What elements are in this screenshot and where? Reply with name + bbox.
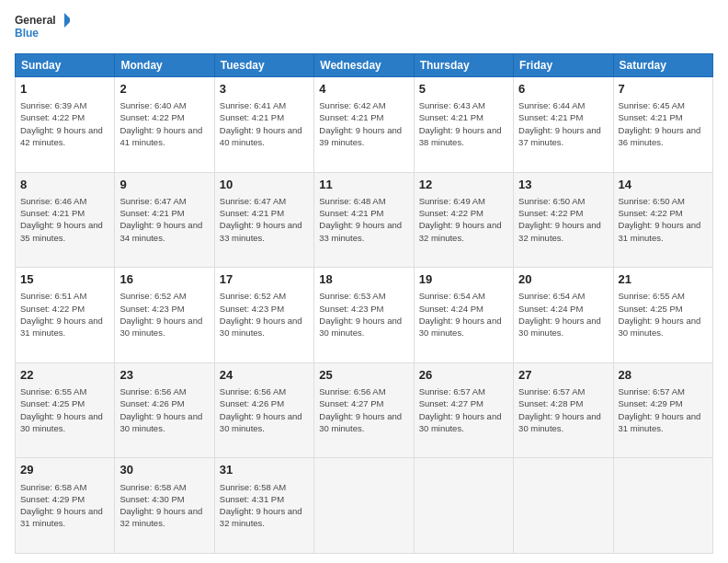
cell-week5-day3 [314, 458, 414, 554]
day-info: Sunrise: 6:54 AMSunset: 4:24 PMDaylight:… [518, 290, 608, 339]
day-info: Sunrise: 6:58 AMSunset: 4:31 PMDaylight:… [220, 481, 309, 530]
header-saturday: Saturday [613, 54, 712, 77]
logo-svg: General Blue [15, 11, 70, 44]
day-info: Sunrise: 6:55 AMSunset: 4:25 PMDaylight:… [20, 385, 109, 434]
day-info: Sunrise: 6:50 AMSunset: 4:22 PMDaylight:… [619, 195, 708, 244]
cell-week2-day3: 11Sunrise: 6:48 AMSunset: 4:21 PMDayligh… [314, 172, 414, 268]
header-tuesday: Tuesday [214, 54, 313, 77]
cell-week3-day0: 15Sunrise: 6:51 AMSunset: 4:22 PMDayligh… [16, 268, 115, 363]
day-info: Sunrise: 6:40 AMSunset: 4:22 PMDaylight:… [119, 99, 209, 148]
cell-week3-day3: 18Sunrise: 6:53 AMSunset: 4:23 PMDayligh… [314, 268, 414, 363]
cell-week4-day2: 24Sunrise: 6:56 AMSunset: 4:26 PMDayligh… [214, 362, 313, 458]
header: General Blue [15, 11, 713, 44]
day-info: Sunrise: 6:43 AMSunset: 4:21 PMDaylight:… [419, 99, 508, 148]
cell-week5-day5 [514, 458, 613, 554]
day-info: Sunrise: 6:50 AMSunset: 4:22 PMDaylight:… [518, 195, 608, 244]
cell-week2-day2: 10Sunrise: 6:47 AMSunset: 4:21 PMDayligh… [214, 172, 313, 268]
cell-week1-day5: 6Sunrise: 6:44 AMSunset: 4:21 PMDaylight… [514, 77, 613, 173]
day-number: 25 [319, 367, 408, 384]
day-info: Sunrise: 6:47 AMSunset: 4:21 PMDaylight:… [220, 195, 309, 244]
calendar-header-row: SundayMondayTuesdayWednesdayThursdayFrid… [16, 54, 713, 77]
day-info: Sunrise: 6:42 AMSunset: 4:21 PMDaylight:… [319, 99, 408, 148]
cell-week5-day6 [613, 458, 712, 554]
day-number: 1 [20, 81, 109, 98]
day-info: Sunrise: 6:52 AMSunset: 4:23 PMDaylight:… [220, 290, 309, 339]
day-number: 9 [119, 177, 209, 193]
day-info: Sunrise: 6:45 AMSunset: 4:21 PMDaylight:… [619, 99, 708, 148]
logo: General Blue [15, 11, 70, 44]
day-info: Sunrise: 6:57 AMSunset: 4:27 PMDaylight:… [419, 385, 508, 434]
day-number: 8 [20, 177, 109, 193]
cell-week5-day0: 29Sunrise: 6:58 AMSunset: 4:29 PMDayligh… [16, 458, 115, 554]
day-number: 23 [119, 367, 209, 384]
day-number: 27 [518, 367, 608, 384]
day-info: Sunrise: 6:49 AMSunset: 4:22 PMDaylight:… [419, 195, 508, 244]
day-info: Sunrise: 6:41 AMSunset: 4:21 PMDaylight:… [220, 99, 309, 148]
cell-week4-day4: 26Sunrise: 6:57 AMSunset: 4:27 PMDayligh… [414, 362, 513, 458]
cell-week3-day5: 20Sunrise: 6:54 AMSunset: 4:24 PMDayligh… [514, 268, 613, 363]
day-info: Sunrise: 6:56 AMSunset: 4:26 PMDaylight:… [119, 385, 209, 434]
day-number: 21 [619, 271, 708, 288]
cell-week5-day2: 31Sunrise: 6:58 AMSunset: 4:31 PMDayligh… [214, 458, 313, 554]
day-number: 4 [319, 81, 408, 98]
header-wednesday: Wednesday [314, 54, 414, 77]
week-row-3: 15Sunrise: 6:51 AMSunset: 4:22 PMDayligh… [16, 268, 713, 363]
day-info: Sunrise: 6:54 AMSunset: 4:24 PMDaylight:… [419, 290, 508, 339]
cell-week3-day2: 17Sunrise: 6:52 AMSunset: 4:23 PMDayligh… [214, 268, 313, 363]
cell-week4-day3: 25Sunrise: 6:56 AMSunset: 4:27 PMDayligh… [314, 362, 414, 458]
day-number: 7 [619, 81, 708, 98]
calendar-table: SundayMondayTuesdayWednesdayThursdayFrid… [15, 53, 713, 554]
cell-week1-day4: 5Sunrise: 6:43 AMSunset: 4:21 PMDaylight… [414, 77, 513, 173]
cell-week1-day0: 1Sunrise: 6:39 AMSunset: 4:22 PMDaylight… [16, 77, 115, 173]
header-friday: Friday [514, 54, 613, 77]
cell-week3-day4: 19Sunrise: 6:54 AMSunset: 4:24 PMDayligh… [414, 268, 513, 363]
day-number: 22 [20, 367, 109, 384]
day-number: 10 [220, 177, 309, 193]
day-info: Sunrise: 6:47 AMSunset: 4:21 PMDaylight:… [119, 195, 209, 244]
day-number: 11 [319, 177, 408, 193]
day-number: 24 [220, 367, 309, 384]
day-number: 18 [319, 271, 408, 288]
day-number: 6 [518, 81, 608, 98]
cell-week2-day4: 12Sunrise: 6:49 AMSunset: 4:22 PMDayligh… [414, 172, 513, 268]
week-row-2: 8Sunrise: 6:46 AMSunset: 4:21 PMDaylight… [16, 172, 713, 268]
svg-marker-2 [64, 13, 70, 28]
day-info: Sunrise: 6:58 AMSunset: 4:30 PMDaylight:… [119, 481, 209, 530]
cell-week1-day3: 4Sunrise: 6:42 AMSunset: 4:21 PMDaylight… [314, 77, 414, 173]
week-row-1: 1Sunrise: 6:39 AMSunset: 4:22 PMDaylight… [16, 77, 713, 173]
day-number: 20 [518, 271, 608, 288]
cell-week3-day6: 21Sunrise: 6:55 AMSunset: 4:25 PMDayligh… [613, 268, 712, 363]
cell-week1-day1: 2Sunrise: 6:40 AMSunset: 4:22 PMDaylight… [115, 77, 214, 173]
day-number: 13 [518, 177, 608, 193]
cell-week1-day6: 7Sunrise: 6:45 AMSunset: 4:21 PMDaylight… [613, 77, 712, 173]
cell-week4-day6: 28Sunrise: 6:57 AMSunset: 4:29 PMDayligh… [613, 362, 712, 458]
day-info: Sunrise: 6:39 AMSunset: 4:22 PMDaylight:… [20, 99, 109, 148]
cell-week4-day5: 27Sunrise: 6:57 AMSunset: 4:28 PMDayligh… [514, 362, 613, 458]
day-info: Sunrise: 6:52 AMSunset: 4:23 PMDaylight:… [119, 290, 209, 339]
day-info: Sunrise: 6:56 AMSunset: 4:26 PMDaylight:… [220, 385, 309, 434]
day-number: 5 [419, 81, 508, 98]
day-info: Sunrise: 6:46 AMSunset: 4:21 PMDaylight:… [20, 195, 109, 244]
cell-week2-day0: 8Sunrise: 6:46 AMSunset: 4:21 PMDaylight… [16, 172, 115, 268]
day-number: 17 [220, 271, 309, 288]
day-info: Sunrise: 6:44 AMSunset: 4:21 PMDaylight:… [518, 99, 608, 148]
day-number: 28 [619, 367, 708, 384]
day-info: Sunrise: 6:55 AMSunset: 4:25 PMDaylight:… [619, 290, 708, 339]
day-number: 15 [20, 271, 109, 288]
day-number: 31 [220, 462, 309, 478]
header-sunday: Sunday [16, 54, 115, 77]
header-thursday: Thursday [414, 54, 513, 77]
cell-week1-day2: 3Sunrise: 6:41 AMSunset: 4:21 PMDaylight… [214, 77, 313, 173]
day-number: 26 [419, 367, 508, 384]
day-info: Sunrise: 6:57 AMSunset: 4:28 PMDaylight:… [518, 385, 608, 434]
cell-week4-day1: 23Sunrise: 6:56 AMSunset: 4:26 PMDayligh… [115, 362, 214, 458]
day-info: Sunrise: 6:57 AMSunset: 4:29 PMDaylight:… [619, 385, 708, 434]
day-number: 29 [20, 462, 109, 478]
week-row-4: 22Sunrise: 6:55 AMSunset: 4:25 PMDayligh… [16, 362, 713, 458]
cell-week4-day0: 22Sunrise: 6:55 AMSunset: 4:25 PMDayligh… [16, 362, 115, 458]
page: General Blue SundayMondayTuesdayWednesda… [0, 0, 728, 563]
cell-week3-day1: 16Sunrise: 6:52 AMSunset: 4:23 PMDayligh… [115, 268, 214, 363]
day-number: 2 [119, 81, 209, 98]
cell-week5-day1: 30Sunrise: 6:58 AMSunset: 4:30 PMDayligh… [115, 458, 214, 554]
day-number: 12 [419, 177, 508, 193]
